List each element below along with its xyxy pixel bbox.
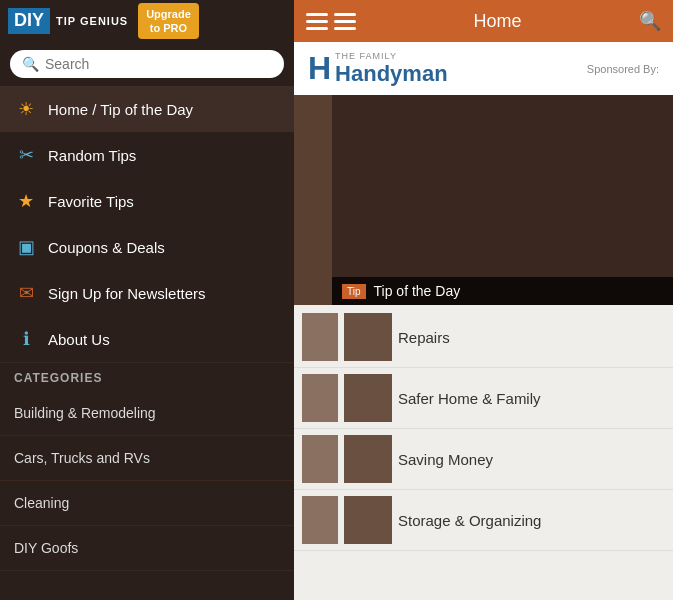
thumb-saving-2	[344, 435, 392, 483]
sponsored-by-label: Sponsored By:	[587, 63, 659, 75]
list-item-repairs[interactable]: Repairs	[294, 307, 673, 368]
thumb-repairs-1	[302, 313, 338, 361]
hamburger-area	[306, 13, 356, 30]
nav-label-coupons: Coupons & Deals	[48, 239, 165, 256]
sponsor-the-family: THE FAMILY	[335, 51, 447, 61]
sponsor-logo: H THE FAMILY Handyman	[308, 50, 448, 87]
nav-label-about: About Us	[48, 331, 110, 348]
list-label-saving-money: Saving Money	[398, 451, 493, 468]
search-bar: 🔍	[10, 50, 284, 78]
coupon-icon: ▣	[14, 236, 38, 258]
thumb-storage-1	[302, 496, 338, 544]
list-label-storage: Storage & Organizing	[398, 512, 541, 529]
tip-label-bar: Tip Tip of the Day	[332, 277, 673, 305]
category-cleaning[interactable]: Cleaning	[0, 481, 294, 526]
logo-area: DIY TIP GENIUS	[8, 8, 128, 34]
sponsor-name-wrap: THE FAMILY Handyman	[335, 51, 447, 87]
scissors-icon: ✂	[14, 144, 38, 166]
featured-tip[interactable]: Tip Tip of the Day	[294, 95, 673, 305]
nav-item-random[interactable]: ✂ Random Tips	[0, 132, 294, 178]
sponsor-bar: H THE FAMILY Handyman Sponsored By:	[294, 42, 673, 95]
category-building[interactable]: Building & Remodeling	[0, 391, 294, 436]
info-icon: ℹ	[14, 328, 38, 350]
featured-thumb-small	[294, 95, 332, 305]
list-label-repairs: Repairs	[398, 329, 450, 346]
thumb-storage-2	[344, 496, 392, 544]
categories-header: CATEGORIES	[0, 362, 294, 391]
nav-item-favorites[interactable]: ★ Favorite Tips	[0, 178, 294, 224]
left-header: DIY TIP GENIUS Upgrade to PRO	[0, 0, 294, 42]
content-list: Tip Tip of the Day Repairs Safer Home & …	[294, 95, 673, 600]
nav-item-coupons[interactable]: ▣ Coupons & Deals	[0, 224, 294, 270]
nav-item-about[interactable]: ℹ About Us	[0, 316, 294, 362]
thumb-safer-1	[302, 374, 338, 422]
search-input[interactable]	[45, 56, 272, 72]
right-panel: Home 🔍 H THE FAMILY Handyman Sponsored B…	[294, 0, 673, 600]
tip-small-label: Tip	[342, 284, 366, 299]
list-label-safer-home: Safer Home & Family	[398, 390, 541, 407]
home-icon: ☀	[14, 98, 38, 120]
thumb-saving-1	[302, 435, 338, 483]
list-item-saving-money[interactable]: Saving Money	[294, 429, 673, 490]
nav-label-favorites: Favorite Tips	[48, 193, 134, 210]
nav-item-home[interactable]: ☀ Home / Tip of the Day	[0, 86, 294, 132]
thumb-safer-2	[344, 374, 392, 422]
logo-sub: TIP GENIUS	[56, 15, 128, 27]
thumb-repairs-2	[344, 313, 392, 361]
hamburger-menu-2[interactable]	[334, 13, 356, 30]
search-icon: 🔍	[22, 56, 39, 72]
nav-label-random: Random Tips	[48, 147, 136, 164]
category-cars[interactable]: Cars, Trucks and RVs	[0, 436, 294, 481]
list-item-storage[interactable]: Storage & Organizing	[294, 490, 673, 551]
search-right-icon[interactable]: 🔍	[639, 10, 661, 32]
left-panel: DIY TIP GENIUS Upgrade to PRO 🔍 ☀ Home /…	[0, 0, 294, 600]
sponsor-handyman: Handyman	[335, 61, 447, 87]
hamburger-menu-1[interactable]	[306, 13, 328, 30]
nav-label-newsletter: Sign Up for Newsletters	[48, 285, 206, 302]
tip-title: Tip of the Day	[374, 283, 461, 299]
featured-thumb-main: Tip Tip of the Day	[332, 95, 673, 305]
right-header: Home 🔍	[294, 0, 673, 42]
star-icon: ★	[14, 190, 38, 212]
sponsor-letter: H	[308, 50, 331, 87]
logo-box: DIY	[8, 8, 50, 34]
upgrade-button[interactable]: Upgrade to PRO	[138, 3, 199, 40]
nav-label-home: Home / Tip of the Day	[48, 101, 193, 118]
list-item-safer-home[interactable]: Safer Home & Family	[294, 368, 673, 429]
nav-item-newsletter[interactable]: ✉ Sign Up for Newsletters	[0, 270, 294, 316]
header-title: Home	[473, 11, 521, 32]
envelope-icon: ✉	[14, 282, 38, 304]
category-diy-goofs[interactable]: DIY Goofs	[0, 526, 294, 571]
